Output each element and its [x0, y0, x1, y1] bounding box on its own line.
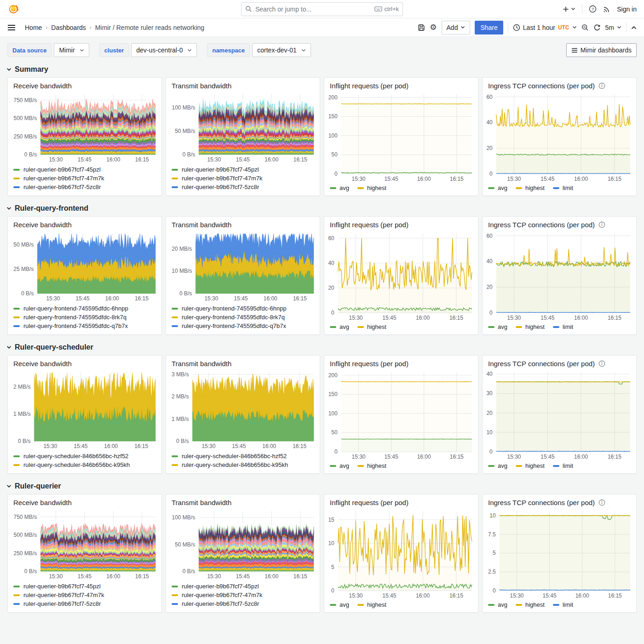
collapse-toolbar-icon[interactable] [631, 26, 637, 29]
legend-item[interactable]: avg [488, 462, 507, 469]
legend-item[interactable]: ruler-query-frontend-745595dfdc-6hnpp [13, 304, 156, 313]
time-series-chart[interactable]: 100 MB/s50 MB/s0 B/s15:3015:4516:0016:15 [168, 508, 317, 581]
legend-item[interactable]: highest [516, 184, 545, 191]
legend-item[interactable]: avg [488, 601, 507, 608]
legend-item[interactable]: ruler-querier-b9b67fcf7-45pzl [172, 582, 314, 591]
legend-item[interactable]: avg [330, 184, 349, 191]
legend-item[interactable]: highest [357, 462, 386, 469]
legend-item[interactable]: avg [330, 323, 349, 330]
section-header-ruler-querier[interactable]: Ruler-querier [0, 478, 644, 493]
time-series-chart[interactable]: 2 MB/s1 MB/s0 B/s15:3015:4516:0016:15 [10, 369, 159, 450]
time-series-chart[interactable]: 3 MB/s2 MB/s1 MB/s0 B/s15:3015:4516:0016… [168, 369, 317, 450]
breadcrumb-home[interactable]: Home [25, 24, 42, 31]
time-series-chart[interactable]: 100 MB/s50 MB/s0 B/s15:3015:4516:0016:15 [168, 92, 317, 164]
time-series-chart[interactable]: 40302010015:3015:4516:0016:15 [484, 369, 633, 461]
time-series-chart[interactable]: 604020015:3015:4516:0016:15 [326, 230, 475, 322]
legend-item[interactable]: avg [330, 601, 349, 608]
legend-item[interactable]: ruler-query-frontend-745595dfdc-6hnpp [172, 304, 314, 313]
time-series-chart[interactable]: 20015010050015:3015:4516:0016:15 [326, 92, 475, 183]
legend-item[interactable]: avg [488, 323, 507, 330]
time-series-chart[interactable]: 107.552.5015:3015:4516:0016:15 [484, 508, 633, 600]
panel-title[interactable]: Receive bandwidth [13, 360, 72, 368]
panel-title[interactable]: Transmit bandwidth [172, 360, 231, 368]
section-header-summary[interactable]: Summary [0, 62, 644, 76]
legend-item[interactable]: ruler-query-frontend-745595dfdc-q7b7x [13, 322, 156, 330]
legend-item[interactable]: ruler-querier-b9b67fcf7-5zc8r [13, 183, 156, 191]
time-series-chart[interactable]: 750 MB/s500 MB/s250 MB/s0 B/s15:3015:451… [10, 92, 159, 164]
panel-title[interactable]: Inflight requests (per pod) [330, 499, 408, 506]
sign-in-link[interactable]: Sign in [617, 6, 637, 13]
legend-item[interactable]: ruler-querier-b9b67fcf7-47m7k [172, 591, 314, 599]
legend-item[interactable]: highest [516, 601, 545, 608]
refresh-icon[interactable] [593, 24, 601, 31]
time-series-chart[interactable]: 20 MB/s10 MB/s0 B/s15:3015:4516:0016:15 [168, 230, 317, 303]
save-dashboard-icon[interactable] [418, 24, 425, 31]
panel-title[interactable]: Inflight requests (per pod) [330, 221, 408, 229]
legend-item[interactable]: ruler-query-frontend-745595dfdc-8rk7q [172, 313, 314, 322]
legend-item[interactable]: highest [516, 462, 545, 469]
info-icon[interactable] [598, 82, 605, 89]
legend-item[interactable]: ruler-querier-b9b67fcf7-45pzl [172, 165, 314, 174]
datasource-select[interactable]: Mimir [54, 43, 89, 57]
news-rss-icon[interactable] [603, 6, 610, 13]
legend-item[interactable]: ruler-query-scheduler-846b656bc-k95kh [172, 460, 314, 469]
legend-item[interactable]: ruler-query-scheduler-846b656bc-hzf52 [172, 452, 314, 460]
time-series-chart[interactable]: 604020015:3015:4516:0016:15 [484, 230, 633, 322]
add-panel-button[interactable]: Add [442, 21, 471, 34]
menu-toggle-icon[interactable] [7, 24, 16, 31]
legend-item[interactable]: avg [488, 184, 507, 191]
time-series-chart[interactable]: 604020015:3015:4516:0016:15 [484, 92, 633, 183]
panel-title[interactable]: Ingress TCP connections (per pod) [488, 221, 595, 229]
legend-item[interactable]: ruler-querier-b9b67fcf7-45pzl [13, 165, 156, 174]
grafana-logo[interactable] [7, 3, 19, 15]
legend-item[interactable]: ruler-querier-b9b67fcf7-45pzl [13, 582, 156, 591]
time-series-chart[interactable]: 15105015:3015:4516:0016:15 [326, 508, 475, 600]
panel-title[interactable]: Ingress TCP connections (per pod) [488, 499, 595, 506]
help-icon[interactable]: ? [589, 5, 597, 13]
section-header-ruler-query-scheduler[interactable]: Ruler-query-scheduler [0, 339, 644, 354]
legend-item[interactable]: limit [553, 601, 573, 608]
legend-item[interactable]: ruler-querier-b9b67fcf7-5zc8r [172, 183, 314, 191]
share-button[interactable]: Share [475, 21, 503, 34]
legend-item[interactable]: highest [516, 323, 545, 330]
legend-item[interactable]: ruler-querier-b9b67fcf7-5zc8r [13, 599, 156, 608]
breadcrumb-dashboards[interactable]: Dashboards [51, 24, 86, 31]
legend-item[interactable]: highest [357, 323, 386, 330]
panel-title[interactable]: Receive bandwidth [13, 499, 72, 506]
legend-item[interactable]: ruler-querier-b9b67fcf7-5zc8r [172, 599, 314, 608]
legend-item[interactable]: limit [553, 184, 573, 191]
panel-title[interactable]: Ingress TCP connections (per pod) [488, 360, 595, 368]
mimir-dashboards-button[interactable]: Mimir dashboards [566, 43, 637, 57]
panel-title[interactable]: Receive bandwidth [13, 221, 72, 229]
legend-item[interactable]: ruler-query-scheduler-846b656bc-k95kh [13, 460, 156, 469]
time-range-picker[interactable]: Last 1 hour UTC [513, 24, 577, 31]
time-series-chart[interactable]: 50 MB/s25 MB/s0 B/s15:3015:4516:0016:15 [10, 230, 159, 303]
info-icon[interactable] [598, 499, 605, 506]
panel-title[interactable]: Ingress TCP connections (per pod) [488, 82, 595, 90]
dashboard-settings-gear-icon[interactable]: ⚙ [430, 23, 437, 31]
namespace-select[interactable]: cortex-dev-01 [252, 43, 311, 57]
legend-item[interactable]: ruler-querier-b9b67fcf7-47m7k [172, 174, 314, 183]
legend-item[interactable]: highest [357, 601, 386, 608]
time-series-chart[interactable]: 20015010050015:3015:4516:0016:15 [326, 369, 475, 461]
legend-item[interactable]: ruler-query-frontend-745595dfdc-q7b7x [172, 322, 314, 330]
legend-item[interactable]: ruler-querier-b9b67fcf7-47m7k [13, 591, 156, 599]
panel-title[interactable]: Transmit bandwidth [172, 221, 231, 229]
legend-item[interactable]: ruler-querier-b9b67fcf7-47m7k [13, 174, 156, 183]
new-add-button[interactable] [562, 6, 575, 13]
cluster-select[interactable]: dev-us-central-0 [131, 43, 197, 57]
time-series-chart[interactable]: 750 MB/s500 MB/s250 MB/s0 B/s15:3015:451… [10, 508, 159, 581]
legend-item[interactable]: limit [553, 462, 573, 469]
legend-item[interactable]: limit [553, 323, 573, 330]
section-header-ruler-query-frontend[interactable]: Ruler-query-frontend [0, 201, 644, 215]
search-input[interactable]: Search or jump to... ctrl+k [241, 2, 403, 16]
panel-title[interactable]: Inflight requests (per pod) [330, 360, 408, 368]
legend-item[interactable]: ruler-query-frontend-745595dfdc-8rk7q [13, 313, 156, 322]
refresh-interval-picker[interactable]: 5m [605, 24, 621, 31]
panel-title[interactable]: Inflight requests (per pod) [330, 82, 408, 90]
panel-title[interactable]: Transmit bandwidth [172, 499, 231, 506]
legend-item[interactable]: ruler-query-scheduler-846b656bc-hzf52 [13, 452, 156, 460]
zoom-out-icon[interactable] [581, 24, 589, 31]
info-icon[interactable] [598, 221, 605, 228]
panel-title[interactable]: Transmit bandwidth [172, 82, 231, 90]
